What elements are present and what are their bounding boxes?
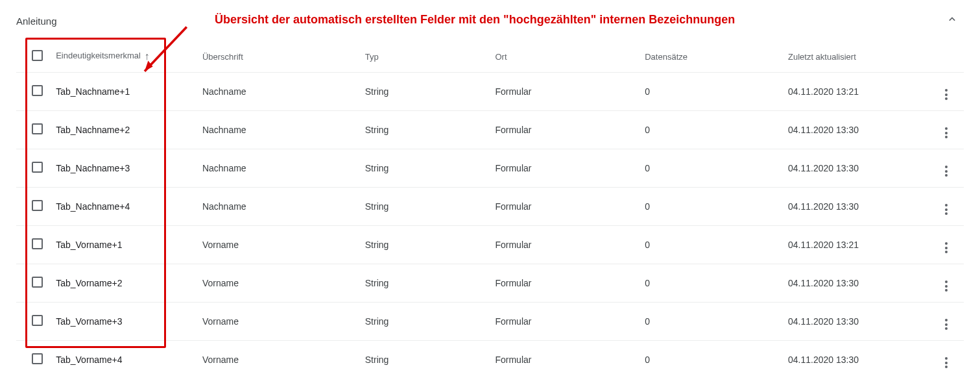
cell-location: Formular xyxy=(488,303,638,341)
table-row: Tab_Nachname+1 Nachname String Formular … xyxy=(16,73,964,111)
table-row: Tab_Vorname+3 Vorname String Formular 0 … xyxy=(16,303,964,341)
column-header-location[interactable]: Ort xyxy=(488,41,638,73)
cell-records: 0 xyxy=(638,341,782,375)
cell-location: Formular xyxy=(488,188,638,226)
cell-id: Tab_Vorname+1 xyxy=(49,226,196,264)
row-menu-button[interactable] xyxy=(931,73,964,111)
cell-updated: 04.11.2020 13:30 xyxy=(782,264,931,303)
row-checkbox[interactable] xyxy=(32,200,43,211)
row-menu-button[interactable] xyxy=(931,226,964,264)
cell-heading: Vorname xyxy=(196,226,359,264)
cell-updated: 04.11.2020 13:30 xyxy=(782,149,931,188)
cell-id: Tab_Nachname+1 xyxy=(49,73,196,111)
cell-updated: 04.11.2020 13:30 xyxy=(782,341,931,375)
cell-type: String xyxy=(359,73,489,111)
row-checkbox[interactable] xyxy=(32,162,43,173)
cell-heading: Vorname xyxy=(196,303,359,341)
cell-id: Tab_Vorname+3 xyxy=(49,303,196,341)
cell-heading: Nachname xyxy=(196,149,359,188)
cell-type: String xyxy=(359,149,489,188)
sort-ascending-icon: ↑ xyxy=(145,51,150,62)
column-header-heading[interactable]: Überschrift xyxy=(196,41,359,73)
row-menu-button[interactable] xyxy=(931,188,964,226)
column-header-updated[interactable]: Zuletzt aktualisiert xyxy=(782,41,931,73)
row-checkbox[interactable] xyxy=(32,123,43,134)
row-checkbox[interactable] xyxy=(32,353,43,364)
select-all-checkbox[interactable] xyxy=(32,50,43,61)
cell-id: Tab_Nachname+3 xyxy=(49,149,196,188)
cell-id: Tab_Vorname+4 xyxy=(49,341,196,375)
row-menu-button[interactable] xyxy=(931,149,964,188)
cell-location: Formular xyxy=(488,111,638,149)
kebab-icon xyxy=(945,204,948,215)
cell-heading: Vorname xyxy=(196,341,359,375)
annotation-text: Übersicht der automatisch erstellten Fel… xyxy=(215,13,735,27)
row-checkbox[interactable] xyxy=(32,238,43,249)
cell-records: 0 xyxy=(638,188,782,226)
cell-id: Tab_Nachname+4 xyxy=(49,188,196,226)
cell-type: String xyxy=(359,264,489,303)
kebab-icon xyxy=(945,127,948,138)
cell-records: 0 xyxy=(638,226,782,264)
cell-records: 0 xyxy=(638,149,782,188)
kebab-icon xyxy=(945,357,948,368)
cell-id: Tab_Nachname+2 xyxy=(49,111,196,149)
column-header-type[interactable]: Typ xyxy=(359,41,489,73)
cell-id: Tab_Vorname+2 xyxy=(49,264,196,303)
kebab-icon xyxy=(945,166,948,177)
kebab-icon xyxy=(945,319,948,330)
cell-type: String xyxy=(359,188,489,226)
table-row: Tab_Vorname+2 Vorname String Formular 0 … xyxy=(16,264,964,303)
cell-location: Formular xyxy=(488,226,638,264)
cell-type: String xyxy=(359,226,489,264)
row-menu-button[interactable] xyxy=(931,111,964,149)
cell-updated: 04.11.2020 13:21 xyxy=(782,73,931,111)
cell-type: String xyxy=(359,111,489,149)
cell-records: 0 xyxy=(638,73,782,111)
kebab-icon xyxy=(945,280,948,292)
row-checkbox[interactable] xyxy=(32,277,43,288)
column-header-id-label: Eindeutigkeitsmerkmal xyxy=(56,51,141,60)
table-row: Tab_Nachname+3 Nachname String Formular … xyxy=(16,149,964,188)
cell-heading: Nachname xyxy=(196,73,359,111)
row-menu-button[interactable] xyxy=(931,264,964,303)
cell-updated: 04.11.2020 13:30 xyxy=(782,188,931,226)
kebab-icon xyxy=(945,89,948,100)
cell-records: 0 xyxy=(638,264,782,303)
cell-type: String xyxy=(359,303,489,341)
cell-updated: 04.11.2020 13:21 xyxy=(782,226,931,264)
cell-heading: Nachname xyxy=(196,188,359,226)
cell-type: String xyxy=(359,341,489,375)
cell-location: Formular xyxy=(488,341,638,375)
table-row: Tab_Nachname+2 Nachname String Formular … xyxy=(16,111,964,149)
section-title: Anleitung xyxy=(16,13,57,27)
cell-heading: Nachname xyxy=(196,111,359,149)
table-row: Tab_Vorname+1 Vorname String Formular 0 … xyxy=(16,226,964,264)
cell-records: 0 xyxy=(638,111,782,149)
cell-heading: Vorname xyxy=(196,264,359,303)
column-header-records[interactable]: Datensätze xyxy=(638,41,782,73)
fields-table: Eindeutigkeitsmerkmal ↑ Überschrift Typ … xyxy=(16,41,964,374)
table-row: Tab_Nachname+4 Nachname String Formular … xyxy=(16,188,964,226)
column-header-id[interactable]: Eindeutigkeitsmerkmal ↑ xyxy=(49,41,196,73)
row-menu-button[interactable] xyxy=(931,341,964,375)
cell-location: Formular xyxy=(488,264,638,303)
row-checkbox[interactable] xyxy=(32,85,43,96)
cell-records: 0 xyxy=(638,303,782,341)
cell-location: Formular xyxy=(488,149,638,188)
cell-location: Formular xyxy=(488,73,638,111)
collapse-toggle[interactable] xyxy=(946,13,959,26)
row-checkbox[interactable] xyxy=(32,315,43,326)
table-row: Tab_Vorname+4 Vorname String Formular 0 … xyxy=(16,341,964,375)
cell-updated: 04.11.2020 13:30 xyxy=(782,111,931,149)
cell-updated: 04.11.2020 13:30 xyxy=(782,303,931,341)
row-menu-button[interactable] xyxy=(931,303,964,341)
kebab-icon xyxy=(945,242,948,253)
